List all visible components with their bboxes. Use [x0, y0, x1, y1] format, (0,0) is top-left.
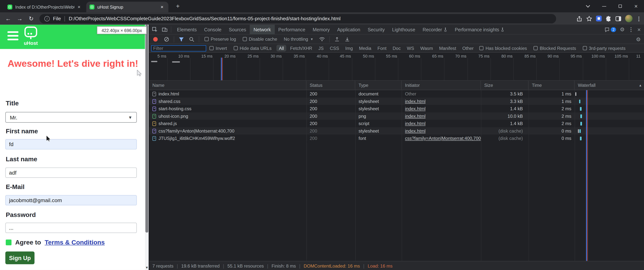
initiator-link[interactable]: index.html — [405, 121, 426, 126]
tab-application[interactable]: Application — [334, 25, 364, 34]
third-party-requests-checkbox[interactable]: 3rd-party requests — [583, 46, 626, 51]
table-row[interactable]: JTUSjIg1_i6t8kCHKm459Wlhyw.woff2 200 fon… — [149, 135, 644, 142]
window-close-button[interactable]: × — [628, 0, 644, 12]
initiator-link[interactable]: css?family=Anton|Montserrat:400,700 — [405, 136, 481, 141]
tab-lighthouse[interactable]: Lighthouse — [388, 25, 419, 34]
chip-all[interactable]: All — [276, 45, 286, 51]
chip-other[interactable]: Other — [460, 45, 476, 51]
chip-css[interactable]: CSS — [328, 45, 342, 51]
table-row[interactable]: uhost-icon.png 200 png index.html 10.0 k… — [149, 112, 644, 120]
bookmark-star-icon[interactable] — [586, 15, 592, 22]
tab-close-icon[interactable]: × — [159, 4, 165, 10]
tab-index-listing[interactable]: Index of D:\OtherProjects\WebCSSCom × — [4, 2, 85, 12]
chip-ws[interactable]: WS — [404, 45, 416, 51]
forward-button[interactable]: → — [15, 14, 25, 24]
tab-elements[interactable]: Elements — [173, 25, 200, 34]
tab-network[interactable]: Network — [250, 25, 275, 34]
address-bar[interactable]: i File D:/OtherProjects/WebCSSCompleteGu… — [40, 14, 556, 23]
first-name-field[interactable] — [6, 139, 137, 150]
back-button[interactable]: ← — [3, 14, 13, 24]
column-header-time[interactable]: Time — [529, 81, 575, 90]
inspect-element-icon[interactable] — [151, 25, 159, 34]
chip-wasm[interactable]: Wasm — [418, 45, 436, 51]
column-header-type[interactable]: Type — [355, 81, 402, 90]
network-filter-input[interactable] — [151, 45, 206, 51]
clear-network-log-icon[interactable] — [164, 36, 169, 42]
window-chevron-button[interactable] — [580, 0, 596, 12]
sign-up-button[interactable]: Sign Up — [6, 251, 35, 264]
email-field[interactable] — [6, 195, 137, 205]
chip-media[interactable]: Media — [356, 45, 374, 51]
reload-button[interactable]: ↻ — [26, 14, 36, 24]
initiator-link[interactable]: index.html — [405, 99, 426, 104]
uhost-logo[interactable]: uHost — [22, 26, 40, 49]
table-row[interactable]: index.html 200 document Other 3.5 kB 1 m… — [149, 90, 644, 98]
chip-img[interactable]: Img — [343, 45, 355, 51]
chip-doc[interactable]: Doc — [390, 45, 403, 51]
initiator-link[interactable]: index.html — [405, 128, 426, 133]
blocked-requests-checkbox[interactable]: Blocked Requests — [534, 46, 576, 51]
device-toolbar-icon[interactable] — [161, 25, 169, 34]
tab-security[interactable]: Security — [364, 25, 388, 34]
chip-font[interactable]: Font — [375, 45, 389, 51]
terms-link[interactable]: Terms & Conditions — [45, 239, 105, 246]
tab-console[interactable]: Console — [200, 25, 225, 34]
chip-manifest[interactable]: Manifest — [436, 45, 459, 51]
disable-cache-checkbox[interactable]: Disable cache — [242, 37, 277, 41]
has-blocked-cookies-checkbox[interactable]: Has blocked cookies — [480, 46, 527, 51]
search-icon[interactable] — [189, 36, 194, 42]
network-overview[interactable]: 5 ms10 ms15 ms20 ms25 ms30 ms35 ms40 ms4… — [149, 53, 644, 81]
scrollbar-thumb[interactable] — [146, 25, 148, 233]
initiator-link[interactable]: index.html — [405, 106, 426, 111]
hide-data-urls-checkbox[interactable]: Hide data URLs — [234, 46, 272, 51]
tab-memory[interactable]: Memory — [309, 25, 334, 34]
new-tab-button[interactable]: + — [174, 3, 182, 10]
devtools-settings-icon[interactable]: ⚙ — [620, 26, 625, 33]
column-header-status[interactable]: Status — [306, 81, 355, 90]
tab-uhost-signup[interactable]: uHost Signup × — [86, 2, 168, 12]
devtools-close-icon[interactable]: × — [638, 26, 641, 33]
tab-performance[interactable]: Performance — [275, 25, 309, 34]
column-header-name[interactable]: Name — [149, 81, 306, 90]
terms-checkbox[interactable] — [6, 240, 12, 245]
network-settings-icon[interactable]: ⚙ — [636, 36, 641, 42]
share-icon[interactable] — [576, 15, 582, 22]
throttling-dropdown[interactable]: No throttling▼ — [284, 37, 314, 41]
table-row[interactable]: css?family=Anton|Montserrat:400,700 200 … — [149, 127, 644, 135]
import-har-icon[interactable] — [334, 36, 340, 42]
invert-checkbox[interactable]: Invert — [210, 46, 227, 51]
window-minimize-button[interactable] — [596, 0, 612, 12]
browser-menu-icon[interactable]: ⋮ — [636, 15, 642, 22]
initiator-link[interactable]: index.html — [405, 114, 426, 118]
extension-icon[interactable] — [596, 16, 602, 21]
side-panel-icon[interactable] — [615, 15, 621, 22]
profile-avatar[interactable] — [625, 15, 632, 22]
last-name-field[interactable] — [6, 168, 137, 178]
chip-fetch-xhr[interactable]: Fetch/XHR — [288, 45, 315, 51]
tab-sources[interactable]: Sources — [225, 25, 250, 34]
column-header-waterfall[interactable]: Waterfall▲ — [574, 81, 644, 90]
devtools-menu-icon[interactable]: ⋮ — [628, 26, 634, 33]
record-network-log-icon[interactable] — [153, 37, 158, 41]
preserve-log-checkbox[interactable]: Preserve log — [204, 37, 236, 41]
window-maximize-button[interactable] — [612, 0, 628, 12]
scrollbar-down-icon[interactable]: ▼ — [145, 265, 149, 270]
tab-performance-insights[interactable]: Performance insights — [451, 25, 508, 34]
chip-js[interactable]: JS — [316, 45, 326, 51]
export-har-icon[interactable] — [345, 36, 350, 42]
column-header-size[interactable]: Size — [481, 81, 528, 90]
password-field[interactable] — [6, 223, 137, 233]
table-row[interactable]: shared.css 200 stylesheet index.html 3.3… — [149, 97, 644, 105]
filter-funnel-icon[interactable] — [178, 36, 184, 42]
extensions-puzzle-icon[interactable] — [606, 15, 612, 22]
tab-close-icon[interactable]: × — [76, 4, 82, 10]
network-conditions-icon[interactable] — [319, 37, 325, 41]
title-select[interactable]: Mr. ▼ — [6, 112, 137, 123]
page-info-icon[interactable]: i — [44, 16, 50, 21]
page-scrollbar[interactable]: ▼ — [145, 25, 149, 270]
hamburger-menu-icon[interactable] — [7, 31, 18, 40]
issues-counter[interactable]: 2 — [605, 27, 616, 32]
column-header-initiator[interactable]: Initiator — [402, 81, 481, 90]
table-row[interactable]: shared.js 200 script index.html 1.4 kB 2… — [149, 120, 644, 127]
table-row[interactable]: start-hosting.css 200 stylesheet index.h… — [149, 105, 644, 112]
